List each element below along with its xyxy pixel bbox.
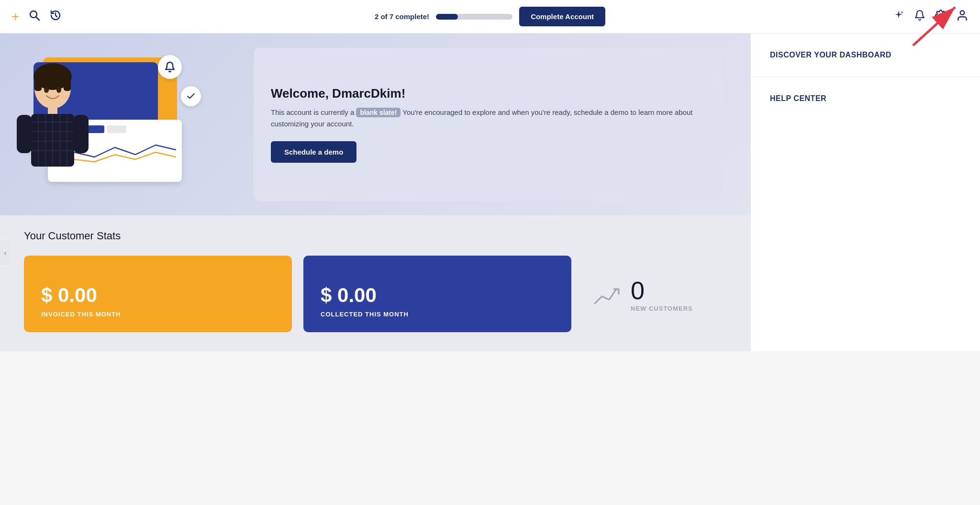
svg-rect-25: [17, 115, 32, 153]
svg-point-2: [939, 14, 942, 17]
blank-slate-badge: blank slate!: [356, 108, 401, 117]
welcome-title: Welcome, DmarcDkim!: [271, 86, 704, 101]
svg-rect-13: [64, 72, 71, 91]
stats-cards: $ 0.00 INVOICED THIS MONTH $ 0.00 COLLEC…: [24, 256, 726, 332]
help-center-item[interactable]: HELP CENTER: [751, 77, 980, 120]
customers-icon-box: [592, 280, 621, 308]
progress-label: 2 of 7 complete!: [375, 12, 429, 21]
search-icon[interactable]: [29, 10, 40, 24]
svg-point-28: [56, 87, 61, 93]
discover-dashboard-label: DISCOVER YOUR DASHBOARD: [770, 51, 891, 59]
collected-amount: $ 0.00: [321, 284, 554, 307]
svg-rect-26: [73, 115, 89, 153]
customers-label: NEW CUSTOMERS: [631, 305, 693, 312]
discover-dashboard-item[interactable]: DISCOVER YOUR DASHBOARD: [751, 34, 980, 77]
svg-line-1: [36, 17, 40, 20]
header-center: 2 of 7 complete! Complete Account: [375, 7, 605, 26]
header-left: +: [11, 10, 61, 24]
main-area: Welcome, DmarcDkim! This account is curr…: [0, 34, 750, 351]
sidebar-collapse-button[interactable]: ‹: [0, 241, 11, 265]
bell-bubble: [158, 55, 182, 79]
user-icon[interactable]: [956, 9, 969, 24]
schedule-demo-button[interactable]: Schedule a demo: [271, 141, 356, 163]
svg-point-27: [44, 87, 49, 93]
sparkle-icon[interactable]: [893, 10, 904, 24]
invoiced-label: INVOICED THIS MONTH: [41, 311, 275, 318]
header-right: [893, 9, 969, 24]
svg-point-3: [960, 11, 965, 15]
welcome-body-prefix: This account is currently a: [271, 108, 356, 116]
welcome-illustration: [10, 48, 249, 201]
welcome-body: This account is currently a blank slate!…: [271, 107, 704, 130]
stats-title: Your Customer Stats: [24, 230, 726, 242]
complete-account-button[interactable]: Complete Account: [519, 7, 605, 26]
help-center-label: HELP CENTER: [770, 94, 826, 103]
customers-chart-icon: [592, 280, 621, 308]
customers-card: 0 NEW CUSTOMERS: [583, 256, 726, 332]
invoiced-card: $ 0.00 INVOICED THIS MONTH: [24, 256, 292, 332]
plus-icon[interactable]: +: [11, 10, 19, 23]
header: + 2 of 7 complete! Complete Account: [0, 0, 980, 34]
welcome-text-panel: Welcome, DmarcDkim! This account is curr…: [254, 48, 722, 201]
collected-card: $ 0.00 COLLECTED THIS MONTH: [303, 256, 571, 332]
history-icon[interactable]: [50, 10, 61, 24]
stats-section: Your Customer Stats $ 0.00 INVOICED THIS…: [0, 215, 750, 351]
bell-icon[interactable]: [914, 10, 925, 24]
collected-label: COLLECTED THIS MONTH: [321, 311, 554, 318]
illustration-container: [10, 48, 239, 196]
right-panel: DISCOVER YOUR DASHBOARD HELP CENTER: [750, 34, 980, 351]
progress-bar-fill: [436, 14, 458, 20]
person-illustration: [10, 57, 96, 196]
gear-icon[interactable]: [935, 10, 947, 24]
svg-rect-12: [34, 72, 42, 91]
invoiced-amount: $ 0.00: [41, 284, 275, 307]
customers-count: 0: [631, 276, 693, 305]
customers-info: 0 NEW CUSTOMERS: [631, 276, 693, 312]
person-svg: [12, 62, 93, 196]
page-body: Welcome, DmarcDkim! This account is curr…: [0, 34, 980, 351]
bar-gray: [107, 125, 126, 133]
check-bubble: [181, 86, 201, 106]
progress-bar-container: [436, 14, 512, 20]
welcome-banner: Welcome, DmarcDkim! This account is curr…: [0, 34, 750, 215]
